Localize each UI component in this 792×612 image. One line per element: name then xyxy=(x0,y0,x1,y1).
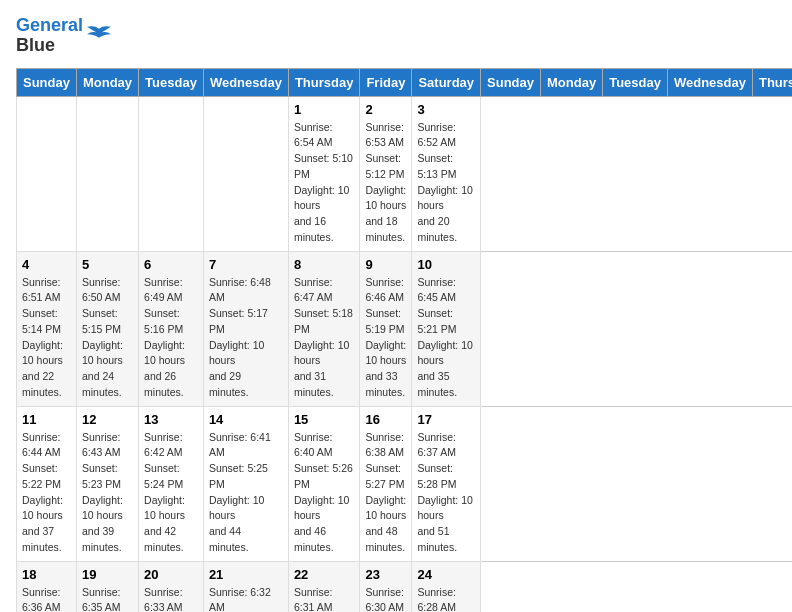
calendar-header-row: SundayMondayTuesdayWednesdayThursdayFrid… xyxy=(17,68,793,96)
calendar-cell: 21Sunrise: 6:32 AM Sunset: 5:32 PM Dayli… xyxy=(203,561,288,612)
day-info: Sunrise: 6:46 AM Sunset: 5:19 PM Dayligh… xyxy=(365,275,406,401)
calendar-cell: 8Sunrise: 6:47 AM Sunset: 5:18 PM Daylig… xyxy=(288,251,360,406)
day-number: 6 xyxy=(144,257,198,272)
calendar-cell: 19Sunrise: 6:35 AM Sunset: 5:30 PM Dayli… xyxy=(76,561,138,612)
day-number: 17 xyxy=(417,412,475,427)
day-info: Sunrise: 6:50 AM Sunset: 5:15 PM Dayligh… xyxy=(82,275,133,401)
calendar-cell: 16Sunrise: 6:38 AM Sunset: 5:27 PM Dayli… xyxy=(360,406,412,561)
col-header-sunday: Sunday xyxy=(481,68,541,96)
day-number: 9 xyxy=(365,257,406,272)
day-info: Sunrise: 6:35 AM Sunset: 5:30 PM Dayligh… xyxy=(82,585,133,612)
week-row-1: 1Sunrise: 6:54 AM Sunset: 5:10 PM Daylig… xyxy=(17,96,793,251)
day-number: 14 xyxy=(209,412,283,427)
day-number: 5 xyxy=(82,257,133,272)
calendar-cell: 20Sunrise: 6:33 AM Sunset: 5:31 PM Dayli… xyxy=(139,561,204,612)
day-number: 11 xyxy=(22,412,71,427)
col-header-thursday: Thursday xyxy=(752,68,792,96)
day-info: Sunrise: 6:45 AM Sunset: 5:21 PM Dayligh… xyxy=(417,275,475,401)
day-info: Sunrise: 6:44 AM Sunset: 5:22 PM Dayligh… xyxy=(22,430,71,556)
day-info: Sunrise: 6:28 AM Sunset: 5:36 PM Dayligh… xyxy=(417,585,475,612)
col-header-wednesday: Wednesday xyxy=(667,68,752,96)
header-sunday: Sunday xyxy=(17,68,77,96)
day-number: 1 xyxy=(294,102,355,117)
day-info: Sunrise: 6:42 AM Sunset: 5:24 PM Dayligh… xyxy=(144,430,198,556)
day-number: 10 xyxy=(417,257,475,272)
calendar-cell: 1Sunrise: 6:54 AM Sunset: 5:10 PM Daylig… xyxy=(288,96,360,251)
day-number: 21 xyxy=(209,567,283,582)
calendar-cell xyxy=(17,96,77,251)
day-info: Sunrise: 6:31 AM Sunset: 5:34 PM Dayligh… xyxy=(294,585,355,612)
week-row-3: 11Sunrise: 6:44 AM Sunset: 5:22 PM Dayli… xyxy=(17,406,793,561)
day-number: 24 xyxy=(417,567,475,582)
logo: GeneralBlue xyxy=(16,16,113,56)
calendar-cell: 4Sunrise: 6:51 AM Sunset: 5:14 PM Daylig… xyxy=(17,251,77,406)
day-number: 23 xyxy=(365,567,406,582)
calendar-cell xyxy=(203,96,288,251)
logo-bird-icon xyxy=(85,25,113,47)
week-row-4: 18Sunrise: 6:36 AM Sunset: 5:29 PM Dayli… xyxy=(17,561,793,612)
calendar-cell: 23Sunrise: 6:30 AM Sunset: 5:35 PM Dayli… xyxy=(360,561,412,612)
header-tuesday: Tuesday xyxy=(139,68,204,96)
day-number: 16 xyxy=(365,412,406,427)
day-number: 15 xyxy=(294,412,355,427)
calendar-cell: 14Sunrise: 6:41 AM Sunset: 5:25 PM Dayli… xyxy=(203,406,288,561)
day-number: 8 xyxy=(294,257,355,272)
day-number: 2 xyxy=(365,102,406,117)
day-info: Sunrise: 6:33 AM Sunset: 5:31 PM Dayligh… xyxy=(144,585,198,612)
day-info: Sunrise: 6:40 AM Sunset: 5:26 PM Dayligh… xyxy=(294,430,355,556)
calendar-cell: 17Sunrise: 6:37 AM Sunset: 5:28 PM Dayli… xyxy=(412,406,481,561)
day-info: Sunrise: 6:36 AM Sunset: 5:29 PM Dayligh… xyxy=(22,585,71,612)
calendar-cell: 18Sunrise: 6:36 AM Sunset: 5:29 PM Dayli… xyxy=(17,561,77,612)
day-info: Sunrise: 6:52 AM Sunset: 5:13 PM Dayligh… xyxy=(417,120,475,246)
day-info: Sunrise: 6:48 AM Sunset: 5:17 PM Dayligh… xyxy=(209,275,283,401)
day-info: Sunrise: 6:53 AM Sunset: 5:12 PM Dayligh… xyxy=(365,120,406,246)
calendar-cell: 7Sunrise: 6:48 AM Sunset: 5:17 PM Daylig… xyxy=(203,251,288,406)
day-info: Sunrise: 6:47 AM Sunset: 5:18 PM Dayligh… xyxy=(294,275,355,401)
day-number: 20 xyxy=(144,567,198,582)
calendar-cell: 6Sunrise: 6:49 AM Sunset: 5:16 PM Daylig… xyxy=(139,251,204,406)
day-number: 18 xyxy=(22,567,71,582)
day-info: Sunrise: 6:38 AM Sunset: 5:27 PM Dayligh… xyxy=(365,430,406,556)
day-info: Sunrise: 6:43 AM Sunset: 5:23 PM Dayligh… xyxy=(82,430,133,556)
header-wednesday: Wednesday xyxy=(203,68,288,96)
calendar-table: SundayMondayTuesdayWednesdayThursdayFrid… xyxy=(16,68,792,612)
page-header: GeneralBlue xyxy=(16,16,776,56)
calendar-cell: 3Sunrise: 6:52 AM Sunset: 5:13 PM Daylig… xyxy=(412,96,481,251)
day-number: 7 xyxy=(209,257,283,272)
day-number: 4 xyxy=(22,257,71,272)
calendar-cell: 24Sunrise: 6:28 AM Sunset: 5:36 PM Dayli… xyxy=(412,561,481,612)
day-info: Sunrise: 6:49 AM Sunset: 5:16 PM Dayligh… xyxy=(144,275,198,401)
day-number: 12 xyxy=(82,412,133,427)
calendar-cell: 12Sunrise: 6:43 AM Sunset: 5:23 PM Dayli… xyxy=(76,406,138,561)
calendar-cell: 9Sunrise: 6:46 AM Sunset: 5:19 PM Daylig… xyxy=(360,251,412,406)
logo-text: GeneralBlue xyxy=(16,16,83,56)
day-info: Sunrise: 6:51 AM Sunset: 5:14 PM Dayligh… xyxy=(22,275,71,401)
week-row-2: 4Sunrise: 6:51 AM Sunset: 5:14 PM Daylig… xyxy=(17,251,793,406)
header-monday: Monday xyxy=(76,68,138,96)
calendar-cell: 10Sunrise: 6:45 AM Sunset: 5:21 PM Dayli… xyxy=(412,251,481,406)
calendar-cell: 11Sunrise: 6:44 AM Sunset: 5:22 PM Dayli… xyxy=(17,406,77,561)
calendar-cell: 5Sunrise: 6:50 AM Sunset: 5:15 PM Daylig… xyxy=(76,251,138,406)
calendar-cell xyxy=(76,96,138,251)
col-header-monday: Monday xyxy=(541,68,603,96)
calendar-cell: 13Sunrise: 6:42 AM Sunset: 5:24 PM Dayli… xyxy=(139,406,204,561)
day-info: Sunrise: 6:41 AM Sunset: 5:25 PM Dayligh… xyxy=(209,430,283,556)
day-info: Sunrise: 6:54 AM Sunset: 5:10 PM Dayligh… xyxy=(294,120,355,246)
col-header-tuesday: Tuesday xyxy=(603,68,668,96)
day-number: 22 xyxy=(294,567,355,582)
day-number: 3 xyxy=(417,102,475,117)
header-thursday: Thursday xyxy=(288,68,360,96)
day-number: 19 xyxy=(82,567,133,582)
day-number: 13 xyxy=(144,412,198,427)
day-info: Sunrise: 6:30 AM Sunset: 5:35 PM Dayligh… xyxy=(365,585,406,612)
day-info: Sunrise: 6:32 AM Sunset: 5:32 PM Dayligh… xyxy=(209,585,283,612)
calendar-cell: 15Sunrise: 6:40 AM Sunset: 5:26 PM Dayli… xyxy=(288,406,360,561)
header-saturday: Saturday xyxy=(412,68,481,96)
day-info: Sunrise: 6:37 AM Sunset: 5:28 PM Dayligh… xyxy=(417,430,475,556)
calendar-cell xyxy=(139,96,204,251)
calendar-cell: 22Sunrise: 6:31 AM Sunset: 5:34 PM Dayli… xyxy=(288,561,360,612)
header-friday: Friday xyxy=(360,68,412,96)
calendar-cell: 2Sunrise: 6:53 AM Sunset: 5:12 PM Daylig… xyxy=(360,96,412,251)
